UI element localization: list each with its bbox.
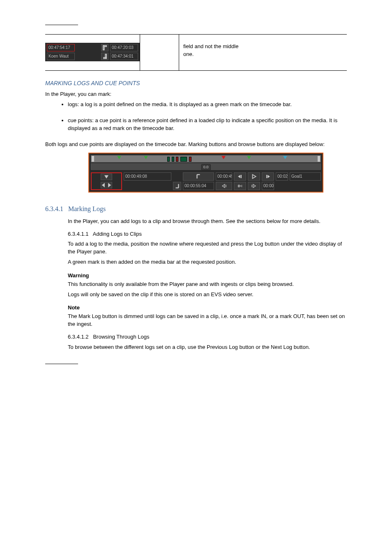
- svg-rect-0: [241, 175, 242, 178]
- log-marker-icon: [117, 156, 121, 160]
- add-logs-body-2: A green mark is then added on the media …: [68, 258, 347, 266]
- clip-segments: [167, 156, 192, 161]
- bullet-logs: logs: a log is a point defined on the me…: [68, 101, 347, 109]
- clip-name-field[interactable]: Goal1: [290, 172, 321, 181]
- cue-marker-icon: [221, 156, 226, 160]
- markers-para-2: Both logs and cue points are displayed o…: [45, 141, 347, 149]
- timecode-bar[interactable]: [91, 155, 321, 163]
- footer-rule: [45, 364, 78, 364]
- browse-logs-body: To browse between the different logs set…: [68, 344, 347, 351]
- warning-label: Warning: [68, 272, 347, 280]
- note-body: The Mark Log button is dimmed until logs…: [68, 313, 347, 328]
- warning-body-2: Logs will only be saved on the clip if t…: [68, 291, 347, 299]
- tc-in-field[interactable]: 00:00:45:20: [216, 172, 232, 181]
- tc-in-field[interactable]: 00:47:20:03: [110, 44, 138, 51]
- markers-intro: In the Player, you can mark:: [45, 91, 347, 98]
- transport-controls: 00:00:49:08 00:00:45:20 00: [91, 172, 321, 190]
- clip-end-cap: [318, 156, 320, 162]
- section-title: Marking Logs: [68, 205, 106, 212]
- speed-bar[interactable]: 0.0: [91, 163, 321, 170]
- browse-logs-heading: 6.3.4.1.2 Browsing Through Logs: [68, 333, 347, 341]
- warning-body-1: This functionality is only available fro…: [68, 281, 347, 288]
- logs-section-body: In the Player, you can add logs to a cli…: [68, 218, 347, 225]
- tc-out-field[interactable]: 00:00:55:04: [183, 182, 214, 190]
- previous-log-button[interactable]: [216, 182, 232, 190]
- player-transport-panel: 0.0 00:00:49:08 00:00:45:20: [88, 153, 323, 193]
- table-desc-line-1: field and not the middle: [183, 43, 347, 51]
- speed-value: 0.0: [201, 164, 211, 170]
- header-rule: [45, 25, 78, 25]
- step-back-button[interactable]: [234, 172, 246, 181]
- mark-in-button[interactable]: [101, 44, 108, 51]
- add-logs-body: To add a log to the media, position the …: [68, 240, 347, 256]
- log-button[interactable]: [101, 174, 112, 180]
- next-log-button[interactable]: [248, 182, 260, 190]
- svg-rect-1: [266, 175, 267, 178]
- log-marker-icon: [143, 156, 148, 160]
- description-table: 00:47:54:17 00:47:20:03 Koen Waut 00:47:…: [45, 34, 347, 71]
- tc-out-field[interactable]: 00:47:34:01: [110, 53, 138, 60]
- bullet-cues: cue points: a cue point is a reference p…: [68, 117, 347, 132]
- tc-duration-field[interactable]: 00:00:09:09: [262, 182, 274, 190]
- step-forward-button[interactable]: [262, 172, 274, 181]
- log-button-highlighted[interactable]: [91, 172, 122, 190]
- section-number: 6.3.4.1: [45, 205, 63, 212]
- mark-in-button[interactable]: [183, 172, 214, 181]
- note-label: Note: [68, 304, 347, 312]
- add-logs-heading: 6.3.4.1.1 Adding Logs to Clips: [68, 230, 347, 238]
- clip-name-field[interactable]: Koen Waut: [47, 53, 75, 60]
- markers-section-heading: MARKING LOGS AND CUE POINTS: [45, 79, 347, 87]
- tc-remaining-field[interactable]: 00:02:15:17: [276, 172, 288, 181]
- tc-main-field[interactable]: 00:47:54:17: [47, 44, 75, 51]
- clip-start-cap: [92, 156, 94, 162]
- logs-section-heading: 6.3.4.1 Marking Logs: [45, 204, 347, 214]
- tc-main-field[interactable]: 00:00:49:08: [124, 172, 171, 181]
- timecode-widget-example: 00:47:54:17 00:47:20:03 Koen Waut 00:47:…: [45, 43, 140, 61]
- prev-next-cue-button[interactable]: [101, 182, 112, 188]
- mark-out-button[interactable]: [101, 53, 108, 60]
- cue-marker-icon: [283, 156, 287, 160]
- play-button[interactable]: [248, 172, 260, 181]
- play-in-out-button[interactable]: [234, 182, 246, 190]
- mark-out-button[interactable]: [173, 182, 181, 190]
- log-marker-icon: [247, 156, 251, 160]
- table-desc-line-2: one.: [183, 51, 347, 58]
- markers-bullet-list: logs: a log is a point defined on the me…: [68, 101, 347, 132]
